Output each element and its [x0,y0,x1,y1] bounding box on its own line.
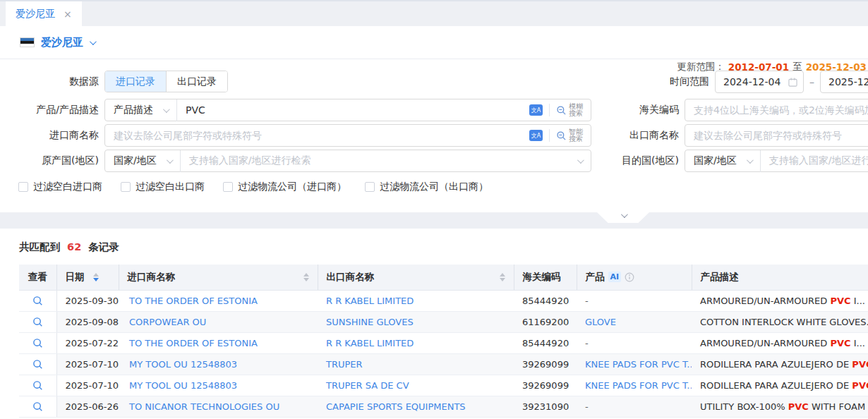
header-date[interactable]: 日期 [56,265,119,290]
tab-title: 爱沙尼亚 [16,8,55,20]
date-separator: – [809,76,814,87]
magnifier-icon [32,359,43,370]
description-cell: RODILLERA PARA AZULEJERO DE PVC [692,375,868,396]
importer-link[interactable]: TO THE ORDER OF ESTONIA [129,296,258,306]
destination-country-placeholder[interactable]: 支持输入国家/地区进行检索 [761,154,868,167]
info-icon[interactable] [625,272,634,282]
panel-gap [0,212,868,229]
destination-country-control: 国家/地区 支持输入国家/地区进行检索 [685,150,868,172]
start-date-value: 2024-12-04 [723,76,784,87]
exporter-label: 出口商名称 [579,129,679,142]
destination-country-label: 目的国(地区) [579,154,679,167]
product-type-value: 产品描述 [114,104,153,116]
exporter-name-input[interactable] [685,125,868,146]
filter-logistics-importer[interactable]: 过滤物流公司（进口商） [223,181,346,193]
header-exporter[interactable]: 出口商名称 [318,265,514,290]
description-text: WITH FOAM [809,401,865,412]
product-search-control: 产品描述 文A 模糊搜索 [104,99,591,121]
checkbox-icon[interactable] [223,182,233,192]
table-row: 2025-09-08 CORPOWEAR OU SUNSHINE GLOVES … [19,311,868,332]
exporter-link[interactable]: CAPAPIE SPORTS EQUIPMENTS [326,401,466,412]
product-description-input[interactable] [177,99,529,121]
view-record-button[interactable] [32,380,43,391]
view-record-button[interactable] [32,401,43,412]
exporter-link[interactable]: TRUPER SA DE CV [326,380,409,391]
view-record-button[interactable] [32,359,43,370]
product-link[interactable]: GLOVE [585,317,616,327]
results-count: 62 [64,241,85,253]
sort-icon[interactable] [93,273,99,281]
magnifier-icon [556,105,567,116]
product-type-select[interactable]: 产品描述 [105,104,176,116]
chevron-down-icon [163,106,170,113]
export-records-button[interactable]: 出口记录 [166,71,227,92]
sort-icon[interactable] [500,273,505,281]
translate-icon[interactable]: 文A [529,130,543,141]
importer-name-input[interactable] [105,125,529,146]
importer-link[interactable]: TO THE ORDER OF ESTONIA [129,338,258,348]
importer-link[interactable]: TO NICANOR TECHNOLOGIES OU [129,401,279,412]
importer-link[interactable]: MY TOOL OU 12548803 [129,359,237,370]
end-date-value: 2025-12-03 [828,76,868,87]
exporter-link[interactable]: R R KABEL LIMITED [326,296,414,306]
exporter-link[interactable]: R R KABEL LIMITED [326,338,414,348]
description-cell: ARMOURED/UN-ARMOURED PVC I... [692,290,868,311]
close-icon[interactable]: × [64,9,72,19]
destination-country-select[interactable]: 国家/地区 [685,154,760,167]
view-record-button[interactable] [32,338,43,348]
filter-blank-importer[interactable]: 过滤空白进口商 [18,181,102,193]
divider [549,104,550,116]
view-record-button[interactable] [32,296,43,306]
filter-blank-exporter[interactable]: 过滤空白出口商 [121,181,205,193]
end-date-input[interactable]: 2025-12-03 [820,71,868,93]
magnifier-icon [32,401,43,412]
description-text: RODILLERA PARA AZULEJERO DE [700,359,852,370]
data-source-toggle: 进口记录 出口记录 [104,71,228,92]
table-row: 2025-07-10 MY TOOL OU 12548803 TRUPER 39… [19,353,868,375]
checkbox-icon[interactable] [121,182,131,192]
date-cell: 2025-07-10 [56,353,119,375]
hs-code-input[interactable] [685,99,868,121]
checkbox-label: 过滤物流公司（进口商） [238,181,346,193]
import-records-button[interactable]: 进口记录 [105,71,166,92]
description-cell: ARMOURED/UN-ARMOURED PVC I... [692,332,868,353]
checkbox-icon[interactable] [18,182,28,192]
origin-country-select[interactable]: 国家/地区 [105,154,180,167]
start-date-input[interactable]: 2024-12-04 [715,71,804,93]
sort-icon[interactable] [303,273,309,281]
origin-country-control: 国家/地区 支持输入国家/地区进行检索 [104,150,591,172]
chevron-down-icon[interactable] [90,38,97,45]
importer-link[interactable]: MY TOOL OU 12548803 [129,380,237,391]
product-link[interactable]: KNEE PADS FOR PVC T... [585,380,692,391]
records-table: 查看 日期 进口商名称 [19,265,868,418]
collapse-form-button[interactable] [597,212,649,223]
translate-icon[interactable]: 文A [529,104,543,116]
description-cell: UTILITY BOX-100% PVC WITH FOAM [692,396,868,417]
date-cell: 2025-06-26 [56,396,119,417]
ai-badge: AI [608,272,622,282]
chevron-down-icon [620,211,627,218]
page-title: 爱沙尼亚 [41,36,83,49]
product-link: - [585,296,589,306]
description-text: ARMOURED/UN-ARMOURED [700,296,830,306]
product-link[interactable]: KNEE PADS FOR PVC T... [585,359,692,370]
divider [549,129,550,142]
header-importer[interactable]: 进口商名称 [119,265,318,290]
origin-country-placeholder[interactable]: 支持输入国家/地区进行检索 [181,154,577,167]
page-header: 爱沙尼亚 [0,26,868,59]
tab-estonia[interactable]: 爱沙尼亚 × [6,1,82,26]
checkbox-icon[interactable] [365,182,375,192]
filter-logistics-exporter[interactable]: 过滤物流公司（出口商） [365,181,488,193]
view-record-button[interactable] [32,317,43,327]
importer-link[interactable]: CORPOWEAR OU [129,317,206,327]
hs-code-control [685,99,868,121]
exporter-link[interactable]: SUNSHINE GLOVES [326,317,414,327]
magnifier-icon [32,338,43,348]
exporter-control [685,124,868,147]
filter-checkbox-row: 过滤空白进口商 过滤空白出口商 过滤物流公司（进口商） 过滤物流公司（出口商） [18,181,488,193]
exporter-link[interactable]: TRUPER [326,359,363,370]
description-text: I... [851,296,865,306]
date-cell: 2025-07-22 [56,332,119,353]
description-highlight: PVC [852,359,868,370]
checkbox-label: 过滤空白进口商 [33,181,102,193]
